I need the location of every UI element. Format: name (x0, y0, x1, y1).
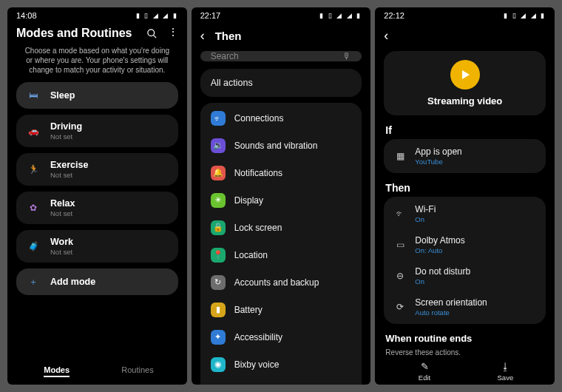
all-actions-button[interactable]: All actions (200, 69, 362, 97)
mode-relax[interactable]: ✿ Relax Not set (16, 192, 178, 224)
action-notifications[interactable]: 🔔 Notifications (200, 159, 362, 186)
action-display[interactable]: ☀ Display (200, 186, 362, 214)
back-icon[interactable]: ‹ (384, 28, 388, 44)
status-bar: 22:12 ▮ ▯ ◢ ◢ ▮ (375, 7, 555, 24)
action-music[interactable]: ♪ Music (200, 378, 362, 385)
music-icon: ♪ (211, 385, 226, 385)
status-icons: ▮ ▯ ◢ ◢ ▮ (319, 12, 362, 19)
mode-label: Sleep (50, 89, 75, 102)
cond-app-open[interactable]: ▦ App is open YouTube (384, 141, 546, 172)
screen-modes: 14:08 ▮ ▯ ◢ ◢ ▮ Modes and Routines ⋮ Cho… (7, 7, 187, 385)
then-wifi[interactable]: ᯤ Wi-Fi On (384, 198, 546, 229)
run-icon: 🏃 (27, 164, 40, 175)
more-icon[interactable]: ⋮ (168, 28, 178, 39)
play-icon (450, 60, 480, 89)
search-icon[interactable] (146, 28, 158, 39)
edit-button[interactable]: ✎ Edit (384, 361, 464, 382)
battery-icon: ▮ (211, 303, 226, 317)
save-button[interactable]: ⭳ Save (465, 361, 546, 382)
back-icon[interactable]: ‹ (200, 28, 205, 44)
pencil-icon: ✎ (421, 361, 429, 372)
clock: 22:17 (200, 11, 221, 20)
plus-icon: ＋ (27, 276, 40, 288)
action-connections[interactable]: ᯤ Connections (200, 104, 362, 132)
end-heading: When routine ends (385, 333, 544, 344)
wifi-icon: ᯤ (211, 111, 226, 126)
status-bar: 22:17 ▮ ▯ ◢ ◢ ▮ (192, 7, 371, 24)
mode-label: Relax (50, 198, 75, 209)
bed-icon: 🛏 (27, 90, 40, 101)
routine-title: Streaming video (427, 95, 502, 107)
action-bixby[interactable]: ◉ Bixby voice (200, 351, 362, 378)
if-conditions: ▦ App is open YouTube (384, 139, 546, 173)
dolby-icon: ▭ (394, 240, 406, 250)
action-accounts[interactable]: ↻ Accounts and backup (200, 268, 362, 296)
clock: 14:08 (16, 11, 37, 20)
status-icons: ▮ ▯ ◢ ◢ ▮ (136, 12, 178, 19)
search-placeholder: Search (211, 51, 239, 61)
bottom-tabs: Modes Routines (16, 359, 178, 382)
wifi-icon: ᯤ (394, 209, 406, 219)
sync-icon: ↻ (211, 275, 226, 290)
sound-icon: 🔉 (211, 138, 226, 153)
mode-sublabel: Not set (50, 132, 82, 141)
action-lockscreen[interactable]: 🔒 Lock screen (200, 214, 362, 241)
then-dnd[interactable]: ⊖ Do not disturb On (384, 260, 546, 291)
then-dolby[interactable]: ▭ Dolby Atmos On: Auto (384, 229, 546, 260)
action-battery[interactable]: ▮ Battery (200, 296, 362, 323)
add-mode-button[interactable]: ＋ Add mode (16, 268, 178, 295)
screen-routine-detail: 22:12 ▮ ▯ ◢ ◢ ▮ ‹ Streaming video If ▦ A… (375, 7, 555, 385)
briefcase-icon: 🧳 (27, 241, 40, 251)
mode-sleep[interactable]: 🛏 Sleep (16, 82, 178, 109)
add-mode-label: Add mode (50, 275, 95, 288)
save-icon: ⭳ (501, 361, 510, 372)
action-accessibility[interactable]: ✦ Accessibility (200, 323, 362, 351)
action-sounds[interactable]: 🔉 Sounds and vibration (200, 132, 362, 159)
mode-sublabel: Not set (50, 171, 88, 179)
clock: 22:12 (384, 11, 404, 20)
car-icon: 🚗 (27, 126, 40, 136)
tab-modes[interactable]: Modes (16, 365, 97, 374)
mic-icon[interactable]: 🎙 (342, 51, 351, 61)
sun-icon: ☀ (211, 193, 226, 208)
then-heading: Then (385, 182, 544, 194)
mode-label: Exercise (50, 160, 88, 170)
page-title: Modes and Routines (16, 27, 132, 40)
action-location[interactable]: 📍 Location (200, 241, 362, 268)
end-description: Reverse these actions. (385, 348, 544, 356)
if-heading: If (385, 124, 544, 136)
accessibility-icon: ✦ (211, 330, 226, 345)
bell-icon: 🔔 (211, 166, 226, 180)
bottom-actions: ✎ Edit ⭳ Save (384, 356, 546, 385)
mode-exercise[interactable]: 🏃 Exercise Not set (16, 153, 178, 186)
search-input[interactable]: Search 🎙 (200, 51, 362, 61)
page-title: Then (215, 30, 242, 42)
leaf-icon: ✿ (27, 203, 40, 213)
then-orientation[interactable]: ⟳ Screen orientation Auto rotate (384, 291, 546, 322)
mode-label: Driving (50, 121, 82, 132)
bixby-icon: ◉ (211, 357, 226, 372)
lock-icon: 🔒 (211, 220, 226, 235)
then-actions: ᯤ Wi-Fi On ▭ Dolby Atmos On: Auto ⊖ (384, 197, 546, 324)
svg-point-0 (148, 29, 155, 36)
status-icons: ▮ ▯ ◢ ◢ ▮ (504, 12, 546, 19)
page-description: Choose a mode based on what you're doing… (22, 46, 172, 75)
status-bar: 14:08 ▮ ▯ ◢ ◢ ▮ (7, 7, 187, 24)
apps-icon: ▦ (394, 151, 406, 161)
pin-icon: 📍 (211, 248, 226, 263)
tab-routines[interactable]: Routines (97, 365, 177, 374)
mode-work[interactable]: 🧳 Work Not set (16, 230, 178, 263)
mode-sublabel: Not set (50, 248, 73, 256)
action-categories: ᯤ Connections 🔉 Sounds and vibration 🔔 N… (200, 103, 362, 385)
mode-driving[interactable]: 🚗 Driving Not set (16, 115, 178, 147)
dnd-icon: ⊖ (394, 271, 406, 281)
rotate-icon: ⟳ (394, 302, 406, 312)
mode-label: Work (50, 237, 73, 247)
screen-then-actions: 22:17 ▮ ▯ ◢ ◢ ▮ ‹ Then Search 🎙 All acti… (192, 7, 371, 385)
svg-line-1 (153, 35, 156, 38)
mode-sublabel: Not set (50, 209, 75, 217)
routine-header: Streaming video (384, 51, 546, 115)
